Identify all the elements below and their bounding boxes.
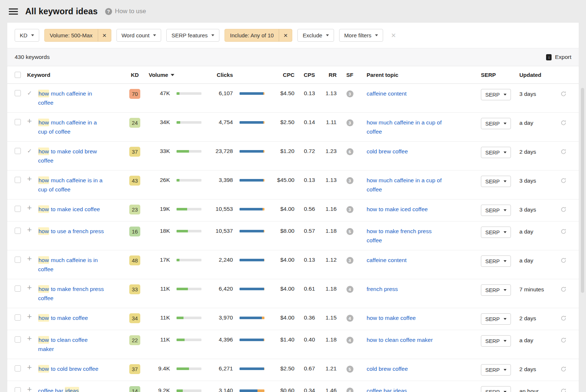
added-check-icon[interactable]: ✓ (27, 147, 32, 154)
add-keyword-icon[interactable]: + (27, 313, 32, 320)
parent-topic-link[interactable]: how to make iced coffee (367, 205, 428, 214)
clear-all-filters-icon[interactable]: × (391, 31, 396, 40)
filter-volume-active[interactable]: Volume: 500-Max × (44, 29, 111, 42)
serp-dropdown-button[interactable]: SERP (481, 147, 511, 158)
serp-dropdown-button[interactable]: SERP (481, 205, 511, 216)
serp-dropdown-button[interactable]: SERP (481, 335, 511, 347)
filter-include-active[interactable]: Include: Any of 10 × (225, 29, 292, 42)
add-keyword-icon[interactable]: + (27, 118, 32, 124)
column-header-rr[interactable]: RR (317, 72, 339, 78)
add-keyword-icon[interactable]: + (27, 176, 32, 182)
column-header-keyword[interactable]: Keyword (27, 72, 125, 78)
add-keyword-icon[interactable]: + (27, 227, 32, 233)
add-keyword-icon[interactable]: + (27, 284, 32, 291)
filter-kd-dropdown[interactable]: KD (15, 29, 39, 42)
refresh-icon[interactable] (560, 208, 567, 214)
row-checkbox[interactable] (15, 148, 21, 154)
serp-dropdown-button[interactable]: SERP (481, 118, 511, 129)
keyword-link[interactable]: how much caffeine is in a cup of coffee (38, 176, 105, 194)
how-to-use-link[interactable]: ? How to use (105, 8, 146, 15)
parent-topic-link[interactable]: how to clean coffee maker (367, 335, 433, 344)
row-checkbox[interactable] (15, 119, 21, 125)
filter-serp-features-dropdown[interactable]: SERP features (166, 29, 219, 42)
row-checkbox[interactable] (15, 90, 21, 96)
row-checkbox[interactable] (15, 285, 21, 292)
serp-dropdown-button[interactable]: SERP (481, 89, 511, 100)
row-checkbox[interactable] (15, 387, 21, 392)
keyword-link[interactable]: how to cold brew coffee (38, 364, 99, 373)
refresh-icon[interactable] (560, 229, 567, 236)
refresh-icon[interactable] (560, 287, 567, 294)
added-check-icon[interactable]: ✓ (27, 89, 32, 97)
refresh-icon[interactable] (560, 367, 567, 373)
row-checkbox[interactable] (15, 257, 21, 263)
row-checkbox[interactable] (15, 206, 21, 212)
remove-include-filter-icon[interactable]: × (279, 29, 292, 41)
keyword-link[interactable]: how to clean coffee maker (38, 335, 105, 354)
remove-volume-filter-icon[interactable]: × (98, 29, 111, 41)
refresh-icon[interactable] (560, 338, 567, 344)
parent-topic-link[interactable]: how much caffeine in a cup of coffee (367, 118, 447, 136)
add-keyword-icon[interactable]: + (27, 255, 32, 262)
keyword-link[interactable]: how to use a french press (38, 227, 104, 236)
serp-dropdown-button[interactable]: SERP (481, 313, 511, 325)
parent-topic-link[interactable]: cold brew coffee (367, 364, 408, 373)
parent-topic-link[interactable]: cold brew coffee (367, 147, 408, 156)
refresh-icon[interactable] (560, 316, 567, 322)
keyword-link[interactable]: coffee bar ideas (38, 386, 79, 392)
parent-topic-link[interactable]: how to make coffee (367, 313, 416, 322)
add-keyword-icon[interactable]: + (27, 205, 32, 211)
serp-dropdown-button[interactable]: SERP (481, 364, 511, 376)
filter-word-count-dropdown[interactable]: Word count (116, 29, 161, 42)
serp-dropdown-button[interactable]: SERP (481, 284, 511, 296)
serp-dropdown-button[interactable]: SERP (481, 255, 511, 267)
export-button[interactable]: ↓ Export (546, 54, 571, 60)
keyword-link[interactable]: how much caffeine in coffee (38, 89, 105, 107)
row-checkbox[interactable] (15, 365, 21, 372)
hamburger-menu-icon[interactable] (9, 8, 18, 15)
column-header-volume[interactable]: Volume (144, 72, 207, 78)
keyword-link[interactable]: how to make iced coffee (38, 205, 100, 214)
refresh-icon[interactable] (560, 389, 567, 392)
column-header-serp[interactable]: SERP (481, 72, 519, 78)
refresh-icon[interactable] (560, 121, 567, 127)
column-header-kd[interactable]: KD (125, 72, 144, 78)
select-all-checkbox[interactable] (15, 72, 21, 78)
vertical-scrollbar-thumb[interactable] (581, 88, 584, 293)
refresh-icon[interactable] (560, 258, 567, 265)
filter-exclude-dropdown[interactable]: Exclude (297, 29, 334, 42)
parent-topic-link[interactable]: how much caffeine in a cup of coffee (367, 176, 447, 194)
parent-topic-link[interactable]: caffeine content (367, 255, 407, 265)
add-keyword-icon[interactable]: + (27, 364, 32, 371)
parent-topic-link[interactable]: coffee bar ideas (367, 386, 407, 392)
serp-dropdown-button[interactable]: SERP (481, 176, 511, 187)
refresh-icon[interactable] (560, 150, 567, 156)
filter-more-filters-dropdown[interactable]: More filters (339, 29, 383, 42)
refresh-icon[interactable] (560, 179, 567, 185)
add-keyword-icon[interactable]: + (27, 386, 32, 392)
keyword-link[interactable]: how to make cold brew coffee (38, 147, 105, 165)
keyword-link[interactable]: how to make coffee (38, 313, 88, 322)
column-header-cps[interactable]: CPS (297, 72, 317, 78)
row-checkbox[interactable] (15, 314, 21, 321)
row-checkbox[interactable] (15, 336, 21, 343)
keyword-link[interactable]: how much caffeine is in coffee (38, 255, 105, 274)
column-header-sf[interactable]: SF (339, 72, 361, 78)
parent-topic-link[interactable]: french press (367, 284, 398, 294)
column-header-clicks[interactable]: Clicks (207, 72, 269, 78)
keyword-link[interactable]: how much caffeine in a cup of coffee (38, 118, 105, 136)
refresh-icon[interactable] (560, 92, 567, 98)
column-header-cpc[interactable]: CPC (269, 72, 297, 78)
row-checkbox[interactable] (15, 177, 21, 183)
clicks-value: 6,420 (207, 285, 233, 292)
parent-topic-link[interactable]: caffeine content (367, 89, 407, 98)
row-checkbox[interactable] (15, 228, 21, 234)
serp-dropdown-button[interactable]: SERP (481, 227, 511, 238)
keyword-link[interactable]: how to make french press coffee (38, 284, 105, 303)
serp-dropdown-button[interactable]: SERP (481, 386, 511, 392)
column-header-updated[interactable]: Updated (519, 72, 560, 78)
add-keyword-icon[interactable]: + (27, 335, 32, 342)
serp-button-label: SERP (485, 338, 500, 344)
column-header-parent-topic[interactable]: Parent topic (361, 72, 481, 78)
parent-topic-link[interactable]: how to make french press coffee (367, 227, 447, 245)
